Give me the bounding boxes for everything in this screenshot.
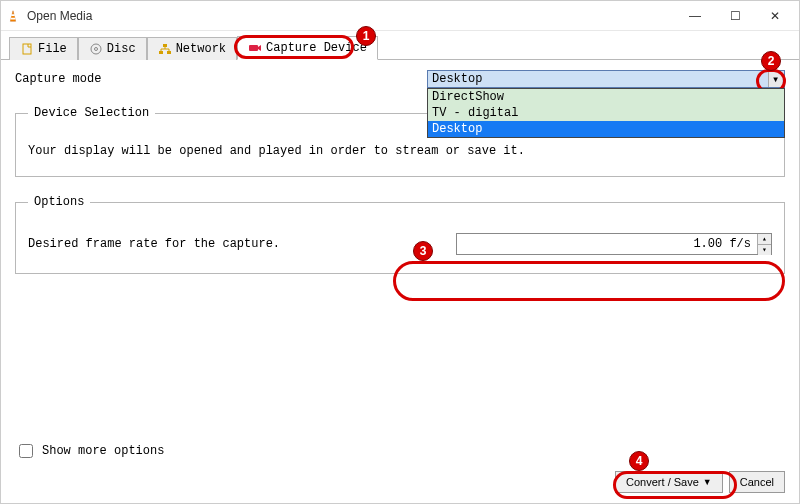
svg-marker-14 [258, 45, 261, 51]
cancel-label: Cancel [740, 476, 774, 488]
convert-save-button[interactable]: Convert / Save ▼ [615, 471, 723, 493]
tab-disc-label: Disc [107, 42, 136, 56]
vlc-icon [5, 8, 21, 24]
disc-icon [89, 42, 103, 56]
options-group: Options Desired frame rate for the captu… [15, 195, 785, 274]
svg-rect-13 [249, 45, 258, 51]
capture-mode-option-desktop[interactable]: Desktop [428, 121, 784, 137]
frame-rate-label: Desired frame rate for the capture. [28, 237, 448, 251]
tabs: File Disc Network Capture Device [1, 31, 799, 60]
minimize-button[interactable]: — [675, 2, 715, 30]
frame-rate-up[interactable]: ▴ [758, 234, 771, 245]
frame-rate-spinbox[interactable]: ▴ ▾ [456, 233, 772, 255]
tab-file-label: File [38, 42, 67, 56]
svg-point-4 [91, 44, 101, 54]
titlebar: Open Media — ☐ ✕ [1, 1, 799, 31]
capture-mode-label: Capture mode [15, 72, 415, 86]
convert-save-label: Convert / Save [626, 476, 699, 488]
window-title: Open Media [27, 9, 675, 23]
device-selection-text: Your display will be opened and played i… [28, 144, 772, 158]
capture-mode-option-directshow[interactable]: DirectShow [428, 89, 784, 105]
chevron-down-icon: ▾ [768, 72, 782, 87]
tab-file[interactable]: File [9, 37, 78, 60]
svg-rect-7 [159, 51, 163, 54]
show-more-label: Show more options [42, 444, 164, 458]
capture-mode-option-tvdigital[interactable]: TV - digital [428, 105, 784, 121]
frame-rate-input[interactable] [457, 234, 757, 254]
tab-capture-label: Capture Device [266, 41, 367, 55]
capture-mode-combobox[interactable]: Desktop ▾ [427, 70, 785, 88]
network-icon [158, 42, 172, 56]
svg-rect-3 [23, 44, 31, 54]
capture-mode-dropdown[interactable]: DirectShow TV - digital Desktop [427, 88, 785, 138]
file-icon [20, 42, 34, 56]
svg-rect-8 [167, 51, 171, 54]
tab-network[interactable]: Network [147, 37, 237, 60]
capture-mode-selected: Desktop [432, 72, 482, 86]
show-more-checkbox[interactable] [19, 444, 33, 458]
tab-disc[interactable]: Disc [78, 37, 147, 60]
svg-point-5 [94, 48, 97, 51]
tab-capture-device[interactable]: Capture Device [237, 36, 378, 60]
close-button[interactable]: ✕ [755, 2, 795, 30]
show-more-options[interactable]: Show more options [15, 441, 785, 461]
chevron-down-icon: ▼ [703, 477, 712, 487]
capture-icon [248, 41, 262, 55]
options-legend: Options [28, 195, 90, 209]
maximize-button[interactable]: ☐ [715, 2, 755, 30]
tab-network-label: Network [176, 42, 226, 56]
svg-rect-6 [163, 44, 167, 47]
svg-rect-1 [11, 14, 15, 16]
device-selection-legend: Device Selection [28, 106, 155, 120]
svg-rect-2 [11, 17, 15, 19]
cancel-button[interactable]: Cancel [729, 471, 785, 493]
frame-rate-down[interactable]: ▾ [758, 245, 771, 255]
